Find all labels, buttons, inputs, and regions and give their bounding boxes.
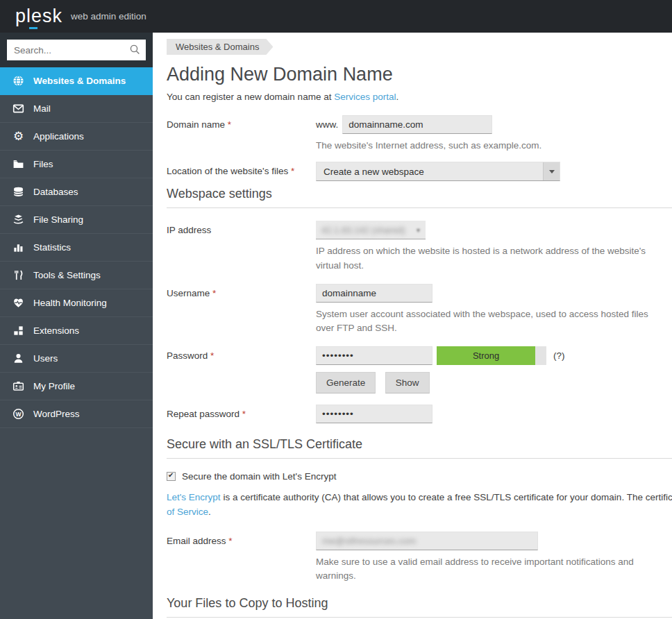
ip-address-value-blurred: 42.1.83.142 (shared): [321, 225, 405, 235]
section-webspace-settings: Webspace settings: [167, 187, 672, 208]
password-strength-meter: Strong: [437, 346, 546, 365]
sidebar-search: [0, 33, 153, 67]
sidebar-item-label: Statistics: [33, 242, 71, 253]
plesk-logo: plesk: [15, 7, 62, 26]
lets-encrypt-link[interactable]: Let's Encrypt: [167, 492, 221, 502]
lets-encrypt-checkbox-row: Secure the domain with Let's Encrypt: [167, 471, 672, 482]
sidebar-item-my-profile[interactable]: My Profile: [0, 373, 153, 400]
plesk-logo-accent: [29, 27, 37, 29]
user-icon: [12, 353, 25, 364]
heart-pulse-icon: [12, 297, 25, 309]
search-icon[interactable]: [130, 44, 140, 58]
sidebar-menu: Websites & Domains Mail ⚙ Applications F…: [0, 67, 153, 428]
terms-of-service-link[interactable]: of Service: [167, 507, 208, 517]
chevron-down-icon: [549, 170, 555, 173]
domain-name-control: www. The website's Internet address, suc…: [316, 115, 541, 153]
domain-name-row: Domain name * www. The website's Interne…: [167, 115, 672, 153]
edition-label: web admin edition: [71, 11, 146, 22]
sidebar-item-label: Extensions: [33, 325, 79, 336]
sidebar-item-label: My Profile: [33, 381, 75, 391]
sidebar-item-users[interactable]: Users: [0, 345, 153, 373]
sidebar: Websites & Domains Mail ⚙ Applications F…: [0, 33, 153, 619]
ip-address-label: IP address: [167, 221, 316, 235]
sidebar-item-file-sharing[interactable]: File Sharing: [0, 206, 153, 234]
intro-text: You can register a new domain name at Se…: [167, 92, 672, 102]
ip-address-control: 42.1.83.142 (shared) ▾ IP address on whi…: [316, 221, 654, 273]
generate-button[interactable]: Generate: [316, 372, 376, 393]
svg-text:W: W: [15, 411, 22, 418]
globe-icon: [12, 75, 25, 87]
password-input[interactable]: ••••••••: [316, 346, 432, 365]
www-prefix: www.: [316, 115, 338, 134]
required-asterisk: *: [228, 119, 231, 130]
password-control: •••••••• Strong (?) Generate Show: [316, 346, 565, 393]
sidebar-item-databases[interactable]: Databases: [0, 178, 153, 206]
search-input[interactable]: [7, 40, 146, 60]
ip-address-help: IP address on which the website is hoste…: [316, 244, 654, 273]
sidebar-item-label: Tools & Settings: [33, 270, 101, 280]
lets-encrypt-description-line1: Let's Encrypt is a certificate authority…: [167, 491, 672, 505]
sidebar-item-label: File Sharing: [33, 214, 83, 225]
extensions-icon: [12, 325, 25, 337]
location-select[interactable]: Create a new webspace: [316, 162, 560, 181]
sidebar-item-extensions[interactable]: Extensions: [0, 317, 153, 345]
intro-text-part: You can register a new domain name at: [167, 92, 334, 102]
sidebar-item-wordpress[interactable]: W WordPress: [0, 400, 153, 428]
domain-name-input[interactable]: [342, 115, 492, 134]
sentence-period: .: [208, 507, 211, 517]
select-caret-box[interactable]: [543, 162, 560, 180]
sidebar-item-label: Websites & Domains: [33, 76, 126, 86]
email-row: Email address * me@stfresources.com Make…: [167, 532, 672, 584]
required-asterisk: *: [212, 288, 216, 298]
username-row: Username * System user account associate…: [167, 284, 672, 336]
email-input[interactable]: me@stfresources.com: [316, 532, 538, 550]
file-sharing-icon: [12, 214, 25, 226]
chevron-down-icon: ▾: [417, 226, 420, 234]
sidebar-item-label: Health Monitoring: [33, 298, 107, 308]
gear-icon: ⚙: [12, 130, 25, 142]
required-asterisk: *: [210, 350, 214, 361]
email-label-text: Email address: [167, 536, 228, 546]
username-control: System user account associated with the …: [316, 284, 654, 336]
folder-icon: [12, 158, 25, 170]
id-card-icon: [12, 380, 25, 392]
email-control: me@stfresources.com Make sure to use a v…: [316, 532, 654, 584]
show-button[interactable]: Show: [385, 372, 430, 393]
sidebar-item-tools-settings[interactable]: Tools & Settings: [0, 262, 153, 289]
sidebar-item-label: Files: [33, 159, 53, 169]
lets-encrypt-description-line2: of Service.: [167, 505, 672, 520]
required-asterisk: *: [242, 409, 246, 419]
tools-icon: [12, 269, 25, 281]
sidebar-item-applications[interactable]: ⚙ Applications: [0, 123, 153, 151]
sidebar-item-statistics[interactable]: Statistics: [0, 234, 153, 262]
strength-meter-label: Strong: [437, 346, 535, 365]
lets-encrypt-checkbox[interactable]: [167, 472, 176, 481]
username-input[interactable]: [316, 284, 432, 303]
sidebar-item-label: Users: [33, 353, 58, 364]
page-title: Adding New Domain Name: [167, 64, 672, 85]
sidebar-item-mail[interactable]: Mail: [0, 95, 153, 123]
password-label: Password *: [167, 346, 316, 361]
password-help-icon[interactable]: (?): [553, 350, 565, 361]
plesk-logo-text: plesk: [15, 6, 62, 26]
username-label: Username *: [167, 284, 316, 298]
services-portal-link[interactable]: Services portal: [334, 92, 396, 102]
sidebar-item-health-monitoring[interactable]: Health Monitoring: [0, 289, 153, 317]
email-label: Email address *: [167, 532, 316, 546]
breadcrumb[interactable]: Websites & Domains: [167, 39, 273, 55]
wordpress-icon: W: [12, 408, 25, 420]
database-icon: [12, 186, 25, 198]
password-row: Password * •••••••• Strong (?) Generate …: [167, 346, 672, 393]
lets-encrypt-description: Let's Encrypt is a certificate authority…: [167, 491, 672, 520]
location-select-value: Create a new webspace: [324, 167, 424, 177]
repeat-password-label: Repeat password *: [167, 405, 316, 419]
sidebar-item-files[interactable]: Files: [0, 151, 153, 178]
password-label-text: Password: [167, 350, 210, 361]
required-asterisk: *: [291, 166, 294, 176]
intro-suffix: .: [396, 92, 398, 102]
sidebar-item-label: Databases: [33, 187, 78, 197]
ip-address-select[interactable]: 42.1.83.142 (shared) ▾: [316, 221, 426, 239]
sidebar-item-label: Applications: [33, 131, 84, 142]
sidebar-item-websites-domains[interactable]: Websites & Domains: [0, 67, 153, 95]
repeat-password-input[interactable]: ••••••••: [316, 405, 432, 423]
